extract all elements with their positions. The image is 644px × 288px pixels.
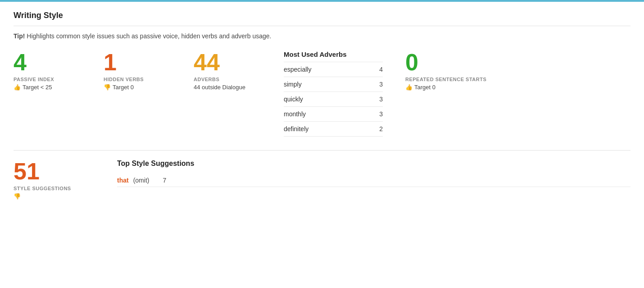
passive-thumb-icon xyxy=(14,84,21,91)
section-divider xyxy=(14,150,630,151)
tip-text: Highlights common style issues such as p… xyxy=(27,32,271,40)
hidden-verbs-target-text: Target 0 xyxy=(113,84,134,91)
suggestion-row: that (omit) 7 xyxy=(117,174,630,187)
adverb-row: quickly 3 xyxy=(284,92,383,107)
suggestion-word: that xyxy=(117,177,129,184)
page-title: Writing Style xyxy=(14,11,630,26)
passive-index-block: 4 PASSIVE INDEX Target < 25 xyxy=(14,50,104,91)
suggestions-title: Top Style Suggestions xyxy=(117,160,630,168)
suggestions-section: Top Style Suggestions that (omit) 7 xyxy=(117,160,630,187)
main-container: Writing Style Tip! Highlights common sty… xyxy=(0,2,644,209)
adverbs-block: 44 ADVERBS 44 outside Dialogue xyxy=(194,50,284,91)
hidden-verbs-label: HIDDEN VERBS xyxy=(104,77,180,82)
style-suggestions-label: STYLE SUGGESTIONS xyxy=(14,186,95,191)
adverb-count: 3 xyxy=(379,110,383,118)
adverb-count: 4 xyxy=(379,66,383,73)
hidden-verbs-number: 1 xyxy=(104,50,180,74)
adverbs-extra: 44 outside Dialogue xyxy=(194,84,270,91)
adverbs-table-title: Most Used Adverbs xyxy=(284,50,383,58)
passive-index-label: PASSIVE INDEX xyxy=(14,77,90,82)
hidden-verbs-block: 1 HIDDEN VERBS Target 0 xyxy=(104,50,194,91)
adverbs-number: 44 xyxy=(194,50,270,74)
hidden-verbs-target: Target 0 xyxy=(104,84,180,91)
stats-row: 4 PASSIVE INDEX Target < 25 1 HIDDEN VER… xyxy=(14,50,630,137)
repeated-target-text: Target 0 xyxy=(414,84,435,91)
repeated-target: Target 0 xyxy=(405,84,495,91)
tip-bar: Tip! Highlights common style issues such… xyxy=(14,32,630,40)
suggestion-action: (omit) xyxy=(133,177,150,184)
adverb-word: simply xyxy=(284,81,302,88)
adverb-word: definitely xyxy=(284,125,308,133)
repeated-number: 0 xyxy=(405,50,495,74)
style-suggestions-number: 51 xyxy=(14,160,95,183)
style-suggestions-icon xyxy=(14,193,95,200)
passive-index-target: Target < 25 xyxy=(14,84,90,91)
adverbs-list: especially 4 simply 3 quickly 3 monthly … xyxy=(284,62,383,137)
adverb-word: monthly xyxy=(284,110,306,118)
style-suggestions-stat: 51 STYLE SUGGESTIONS xyxy=(14,160,95,200)
adverb-row: monthly 3 xyxy=(284,107,383,122)
adverb-row: definitely 2 xyxy=(284,122,383,137)
suggestions-list: that (omit) 7 xyxy=(117,174,630,187)
repeated-thumb-icon xyxy=(405,84,413,91)
repeated-block: 0 REPEATED SENTENCE STARTS Target 0 xyxy=(405,50,495,91)
adverb-count: 2 xyxy=(379,125,383,133)
passive-index-number: 4 xyxy=(14,50,90,74)
repeated-label: REPEATED SENTENCE STARTS xyxy=(405,77,495,82)
adverb-row: simply 3 xyxy=(284,77,383,92)
adverbs-table: Most Used Adverbs especially 4 simply 3 … xyxy=(284,50,383,137)
adverb-count: 3 xyxy=(379,81,383,88)
suggestion-count: 7 xyxy=(163,177,166,184)
adverb-word: quickly xyxy=(284,96,303,103)
adverb-word: especially xyxy=(284,66,311,73)
adverb-row: especially 4 xyxy=(284,62,383,77)
bottom-row: 51 STYLE SUGGESTIONS Top Style Suggestio… xyxy=(14,160,630,200)
tip-label: Tip! xyxy=(14,32,25,40)
passive-target-text: Target < 25 xyxy=(23,84,52,91)
adverb-count: 3 xyxy=(379,96,383,103)
style-suggestions-thumb-icon xyxy=(14,193,21,200)
hidden-verbs-thumb-icon xyxy=(104,84,111,91)
adverbs-label: ADVERBS xyxy=(194,77,270,82)
